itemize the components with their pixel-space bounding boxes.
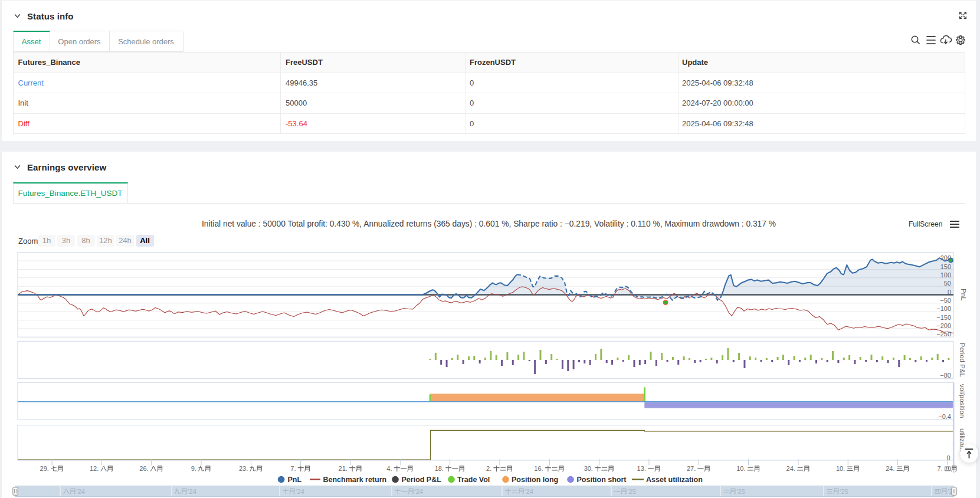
svg-text:'24: '24 <box>188 488 196 495</box>
svg-text:Asset utilization: Asset utilization <box>646 476 703 484</box>
svg-text:18.: 18. <box>435 465 444 472</box>
svg-text:7.: 7. <box>938 465 943 472</box>
svg-text:29.: 29. <box>40 465 49 472</box>
svg-text:PnL: PnL <box>960 289 967 301</box>
svg-text:Position short: Position short <box>577 476 627 484</box>
svg-text:−0.4: −0.4 <box>938 413 951 420</box>
svg-text:200: 200 <box>940 254 951 261</box>
svg-text:Period P&L: Period P&L <box>959 343 966 378</box>
svg-text:'24: '24 <box>76 488 84 495</box>
svg-text:Trade Vol: Trade Vol <box>457 476 490 484</box>
svg-text:PnL: PnL <box>288 476 302 484</box>
svg-text:10.: 10. <box>736 465 745 472</box>
svg-text:'25: '25 <box>840 488 848 495</box>
svg-text:Period P&L: Period P&L <box>402 476 442 484</box>
svg-text:26.: 26. <box>139 465 148 472</box>
svg-text:24.: 24. <box>886 465 894 472</box>
svg-text:0: 0 <box>948 289 951 296</box>
svg-text:−100: −100 <box>936 305 951 312</box>
svg-text:16.: 16. <box>534 465 543 472</box>
svg-text:Benchmark return: Benchmark return <box>323 476 387 484</box>
svg-text:9.: 9. <box>191 465 196 472</box>
svg-text:50: 50 <box>944 280 951 287</box>
svg-text:−150: −150 <box>936 314 951 321</box>
svg-text:'24: '24 <box>296 488 304 495</box>
svg-text:12.: 12. <box>90 465 99 472</box>
svg-text:−80: −80 <box>940 372 951 379</box>
svg-text:'24: '24 <box>415 488 423 495</box>
svg-text:−250: −250 <box>936 330 951 338</box>
svg-text:4.: 4. <box>386 465 392 472</box>
svg-text:23.: 23. <box>239 465 248 472</box>
svg-text:27.: 27. <box>687 465 696 472</box>
svg-text:2.: 2. <box>486 465 491 472</box>
svg-text:10.: 10. <box>836 465 845 472</box>
svg-text:'25: '25 <box>736 488 745 495</box>
svg-text:100: 100 <box>940 271 951 279</box>
svg-text:−200: −200 <box>936 322 951 329</box>
svg-text:'24: '24 <box>525 488 533 495</box>
svg-text:21.: 21. <box>339 465 348 472</box>
svg-text:vol/position: vol/position <box>959 384 966 418</box>
svg-text:13.: 13. <box>637 465 646 472</box>
svg-text:24.: 24. <box>786 465 795 472</box>
svg-text:0: 0 <box>946 454 950 461</box>
svg-text:'25: '25 <box>627 488 635 495</box>
svg-text:30.: 30. <box>584 465 593 472</box>
svg-text:7.: 7. <box>290 465 296 472</box>
svg-text:150: 150 <box>940 263 951 270</box>
svg-text:−50: −50 <box>940 297 951 304</box>
svg-text:Position long: Position long <box>512 476 558 484</box>
